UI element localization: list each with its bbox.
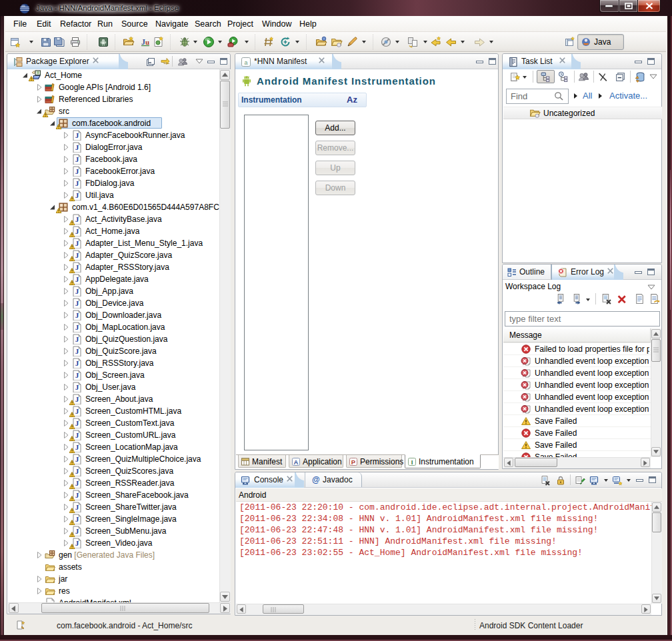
svg-text:a: a bbox=[244, 59, 247, 66]
